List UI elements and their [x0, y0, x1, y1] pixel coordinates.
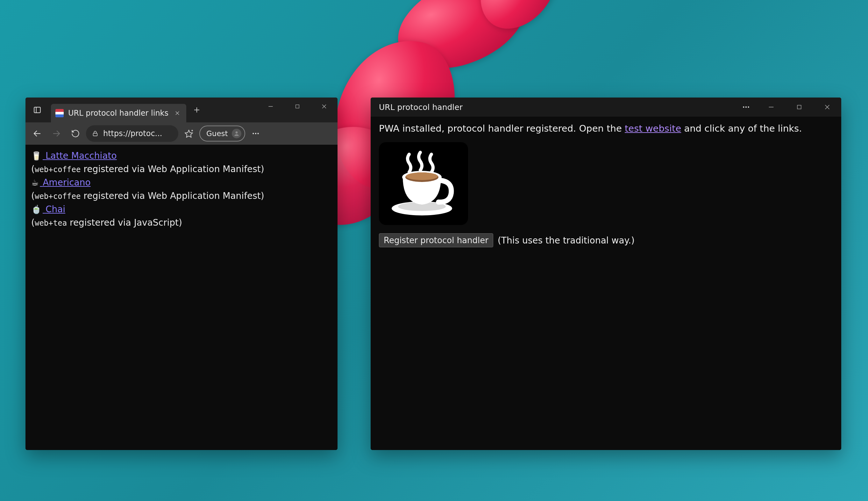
coffee-cup-image: [379, 142, 468, 225]
pwa-intro-text: PWA installed, protocol handler register…: [379, 123, 833, 134]
profile-button[interactable]: Guest: [199, 126, 245, 141]
register-hint-text: (This uses the traditional way.): [498, 235, 635, 246]
list-item: 🍵 Chai (web+tea registered via JavaScrip…: [31, 203, 332, 230]
link-subtext: (web+coffee registered via Web Applicati…: [31, 162, 332, 176]
minimize-button[interactable]: [257, 97, 284, 115]
svg-marker-13: [185, 130, 192, 137]
tea-icon: 🍵: [31, 203, 41, 216]
svg-rect-24: [797, 105, 801, 109]
svg-rect-7: [296, 105, 299, 108]
browser-titlebar: URL protocol handler links: [25, 97, 338, 122]
lock-icon: [92, 130, 99, 137]
close-window-button[interactable]: [813, 97, 841, 117]
svg-point-31: [406, 172, 438, 180]
tab-favicon-icon: [55, 109, 64, 117]
browser-window-controls: [257, 97, 338, 115]
maximize-button[interactable]: [284, 97, 311, 115]
svg-rect-0: [34, 107, 41, 113]
chai-link[interactable]: Chai: [43, 203, 65, 216]
address-text: https://protoc...: [103, 129, 162, 138]
back-button[interactable]: [29, 125, 46, 142]
tab-title: URL protocol handler links: [68, 109, 168, 118]
pwa-window: URL protocol handler PWA installed, prot…: [371, 97, 841, 450]
register-protocol-handler-button[interactable]: Register protocol handler: [379, 233, 493, 247]
list-item: 🥛 Latte Macchiato (web+coffee registered…: [31, 149, 332, 176]
maximize-button[interactable]: [785, 97, 813, 117]
svg-point-16: [235, 131, 238, 134]
tab-actions-button[interactable]: [29, 102, 46, 119]
minimize-button[interactable]: [757, 97, 785, 117]
app-menu-button[interactable]: [735, 97, 757, 117]
test-website-link[interactable]: test website: [625, 123, 681, 134]
pwa-title: URL protocol handler: [379, 103, 463, 112]
glass-icon: 🥛: [31, 150, 41, 162]
new-tab-button[interactable]: [189, 102, 205, 118]
browser-toolbar: https://protoc... Guest: [25, 122, 338, 145]
avatar-icon: [232, 129, 241, 138]
browser-tab[interactable]: URL protocol handler links: [51, 104, 186, 122]
svg-point-17: [253, 133, 254, 134]
browser-page-content: 🥛 Latte Macchiato (web+coffee registered…: [25, 145, 338, 450]
coffee-icon: ☕: [31, 177, 39, 189]
more-menu-button[interactable]: [247, 125, 264, 142]
close-window-button[interactable]: [311, 97, 338, 115]
svg-point-20: [743, 106, 744, 108]
link-subtext: (web+coffee registered via Web Applicati…: [31, 189, 332, 203]
svg-point-22: [748, 106, 749, 108]
forward-button[interactable]: [48, 125, 65, 142]
pwa-titlebar: URL protocol handler: [371, 97, 841, 117]
favorites-button[interactable]: [180, 125, 197, 142]
address-bar[interactable]: https://protoc...: [86, 125, 178, 142]
reload-button[interactable]: [67, 125, 84, 142]
list-item: ☕ Americano (web+coffee registered via W…: [31, 176, 332, 203]
pwa-content: PWA installed, protocol handler register…: [371, 117, 841, 450]
browser-window: URL protocol handler links: [25, 97, 338, 450]
americano-link[interactable]: Americano: [40, 176, 90, 189]
svg-point-18: [255, 133, 256, 134]
latte-macchiato-link[interactable]: Latte Macchiato: [43, 149, 117, 162]
svg-rect-12: [93, 133, 97, 136]
svg-point-19: [257, 133, 259, 134]
svg-point-21: [745, 106, 747, 108]
tab-close-button[interactable]: [173, 109, 182, 118]
link-subtext: (web+tea registered via JavaScript): [31, 216, 332, 230]
profile-label: Guest: [206, 129, 228, 138]
